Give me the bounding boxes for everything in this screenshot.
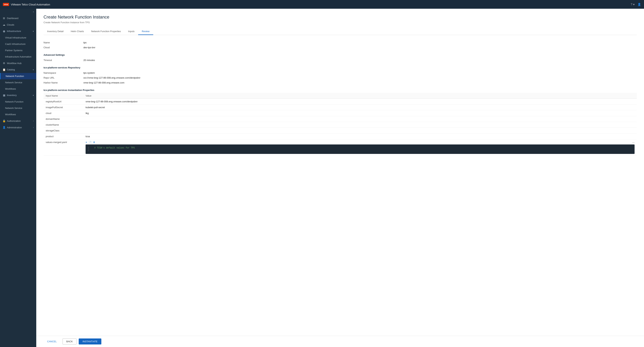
cancel-button[interactable]: CANCEL xyxy=(44,339,60,344)
sidebar-label-admin: Administration xyxy=(7,126,22,129)
table-row: values-merged.yaml ≡ 📄 ⬇ — 1# TCSA's def… xyxy=(44,139,637,156)
yaml-code-block: 1# TCSA's default values for TPS2 xyxy=(86,144,634,154)
footer: CANCEL BACK INSTANTIATE xyxy=(36,336,644,347)
repo-section-title: tcx-platform-services Repository xyxy=(44,66,637,69)
sidebar-item-inventory-ns[interactable]: Network Service xyxy=(0,105,36,111)
col-input-name: Input Name xyxy=(44,93,84,99)
sidebar-label-cat-nf: Network Function xyxy=(6,75,24,78)
cell-input-name: product xyxy=(44,134,84,139)
sidebar-item-dashboard[interactable]: ⊞ Dashboard xyxy=(0,15,36,22)
sidebar-item-catalog-workflows[interactable]: Workflows xyxy=(0,86,36,92)
repo-url-label: Repo URL xyxy=(44,76,84,79)
sidebar-label-auth: Authorization xyxy=(7,120,21,122)
table-header-row: Input Name Value xyxy=(44,93,637,99)
workflow-hub-icon: ⚙ xyxy=(2,62,6,65)
sidebar-label-inv-nf: Network Function xyxy=(5,100,24,103)
timeout-row: Timeout 20 minutes xyxy=(44,58,637,63)
tab-review[interactable]: Review xyxy=(138,28,153,35)
catalog-icon: 📋 xyxy=(2,68,6,71)
cell-value: tkg xyxy=(84,110,637,116)
cell-input-name: domainName xyxy=(44,116,84,122)
tab-inputs[interactable]: Inputs xyxy=(124,28,138,35)
sidebar-label-catalog: Catalog xyxy=(7,68,15,71)
back-button[interactable]: BACK xyxy=(62,338,76,344)
repo-url-value: oci://vmw-bng-127-86-008.eng.vmware.com/… xyxy=(84,76,140,79)
sidebar-item-caas-infrastructure[interactable]: CaaS Infrastructure xyxy=(0,41,36,47)
cell-input-name: cloud xyxy=(44,110,84,116)
sidebar-item-infra-automation[interactable]: Infrastructure Automation xyxy=(0,54,36,60)
col-value: Value xyxy=(84,93,637,99)
instantiation-title: tcx-platform-services Instantiation Prop… xyxy=(44,89,637,92)
dashboard-icon: ⊞ xyxy=(2,17,6,20)
help-icon[interactable]: ? ▾ xyxy=(631,3,634,6)
sidebar-label-inv-wf: Workflows xyxy=(5,113,16,116)
sidebar-item-administration[interactable]: 👤 Administration › xyxy=(0,124,36,131)
cell-input-name: registryRootUrl xyxy=(44,99,84,105)
sidebar-item-inventory-nf[interactable]: Network Function xyxy=(0,99,36,105)
cell-value: kubelet-pull-secret xyxy=(84,105,637,110)
table-row: cloudtkg xyxy=(44,110,637,116)
harbor-name-value: vmw-bng-127-86-008.eng.vmware.com xyxy=(84,81,124,84)
main-content: Create Network Function Instance Create … xyxy=(36,9,644,347)
sidebar-item-inventory[interactable]: ▣ Inventory ▾ xyxy=(0,92,36,99)
authorization-icon: 🔒 xyxy=(2,119,6,122)
sidebar-item-partner-systems[interactable]: Partner Systems xyxy=(0,47,36,54)
yaml-download-icon[interactable]: ⬇ xyxy=(93,141,95,144)
topbar-right: ? ▾ 👤 xyxy=(631,3,641,6)
cell-value: tcsa xyxy=(84,134,637,139)
sidebar-item-catalog[interactable]: 📋 Catalog ▾ xyxy=(0,67,36,73)
page-title: Create Network Function Instance xyxy=(44,15,637,20)
sidebar-label-inv-ns: Network Service xyxy=(5,107,22,109)
yaml-file-icon[interactable]: 📄 xyxy=(88,141,92,144)
name-label: Name xyxy=(44,41,84,44)
table-row: clusterName xyxy=(44,122,637,128)
code-line: 2 xyxy=(88,149,632,152)
cell-input-name: values-merged.yaml xyxy=(44,139,84,156)
sidebar-item-catalog-network-service[interactable]: Network Service xyxy=(0,79,36,86)
advanced-settings-title: Advanced Settings xyxy=(44,54,637,56)
cloud-row: Cloud dev-tps-bnr xyxy=(44,45,637,50)
line-number: 2 xyxy=(88,149,92,152)
sidebar-item-authorization[interactable]: 🔒 Authorization › xyxy=(0,118,36,124)
table-row: storageClass xyxy=(44,128,637,134)
administration-icon: 👤 xyxy=(2,126,6,129)
yaml-list-icon[interactable]: ≡ xyxy=(86,141,87,144)
infrastructure-chevron: ▾ xyxy=(33,30,34,32)
user-icon[interactable]: 👤 xyxy=(638,3,641,6)
tab-helm-charts[interactable]: Helm Charts xyxy=(67,28,88,35)
sidebar-label-dashboard: Dashboard xyxy=(7,17,18,20)
sidebar-label-cat-wf: Workflows xyxy=(5,88,16,90)
line-number: 1 xyxy=(88,147,92,149)
main-layout: « ⊞ Dashboard ☁ Clouds ◉ Infrastructure … xyxy=(0,9,644,347)
sidebar-collapse-button[interactable]: « xyxy=(0,9,36,15)
repo-section: Namespace tps-system Repo URL oci://vmw-… xyxy=(44,70,637,85)
sidebar-item-virtual-infrastructure[interactable]: Virtual Infrastructure xyxy=(0,35,36,41)
tab-inventory-detail[interactable]: Inventory Detail xyxy=(44,28,67,35)
auth-chevron: › xyxy=(33,120,34,122)
tab-nf-properties[interactable]: Network Function Properties xyxy=(88,28,124,35)
page-subtitle: Create Network Function Instance from TP… xyxy=(44,21,637,24)
sidebar-label-infrastructure: Infrastructure xyxy=(7,30,21,33)
timeout-label: Timeout xyxy=(44,59,84,62)
sidebar-label-virtual-infra: Virtual Infrastructure xyxy=(5,36,26,39)
cell-input-name: clusterName xyxy=(44,122,84,128)
cell-value: vmw-bng-127-86-008.eng.vmware.com/devtps… xyxy=(84,99,637,105)
clouds-icon: ☁ xyxy=(2,23,6,26)
harbor-name-row: Harbor Name vmw-bng-127-86-008.eng.vmwar… xyxy=(44,80,637,85)
code-line: 1# TCSA's default values for TPS xyxy=(88,147,632,149)
sidebar-item-catalog-network-function[interactable]: Network Function xyxy=(0,73,36,79)
cloud-label: Cloud xyxy=(44,46,84,49)
instantiate-button[interactable]: INSTANTIATE xyxy=(79,338,101,344)
inventory-chevron: ▾ xyxy=(33,94,34,96)
vmware-logo: vmw xyxy=(3,3,9,6)
name-row: Name tps xyxy=(44,40,637,45)
code-content: # TCSA's default values for TPS xyxy=(94,147,135,149)
table-row: producttcsa xyxy=(44,134,637,139)
sidebar-item-clouds[interactable]: ☁ Clouds xyxy=(0,22,36,28)
sidebar-item-infrastructure[interactable]: ◉ Infrastructure ▾ xyxy=(0,28,36,35)
sidebar-item-inventory-wf[interactable]: Workflows xyxy=(0,111,36,118)
name-value: tps xyxy=(84,41,86,44)
sidebar-item-workflow-hub[interactable]: ⚙ Workflow Hub xyxy=(0,60,36,67)
yaml-collapse-icon[interactable]: — xyxy=(632,141,634,144)
topbar-left: vmw VMware Telco Cloud Automation xyxy=(3,3,50,6)
